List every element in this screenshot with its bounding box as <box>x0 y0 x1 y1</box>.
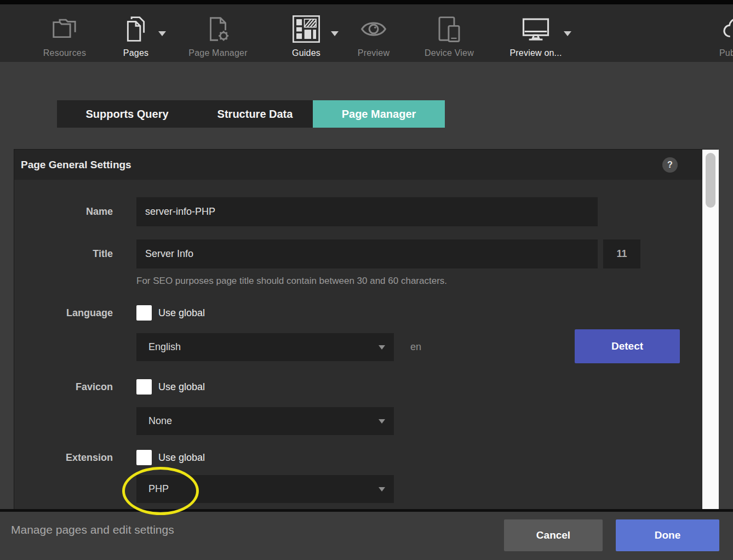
done-button[interactable]: Done <box>616 519 719 551</box>
cloud-publish-icon <box>722 14 733 44</box>
chevron-down-icon <box>158 31 166 36</box>
dialog-scrollbar-track[interactable] <box>702 150 719 509</box>
chevron-down-icon <box>379 345 385 350</box>
language-code-text: en <box>410 341 421 353</box>
toolbar-item-label: Device View <box>405 48 493 58</box>
extension-use-global-checkbox[interactable] <box>136 450 152 465</box>
toolbar-item-label: Page Manager <box>174 48 262 58</box>
language-use-global-label: Use global <box>158 307 205 319</box>
dialog-bottom-divider <box>0 509 733 512</box>
page-gear-icon <box>203 14 233 44</box>
language-dropdown-value: English <box>148 333 181 361</box>
toolbar-item-pages[interactable]: Pages <box>92 4 180 59</box>
title-label: Title <box>33 248 113 260</box>
language-use-global-checkbox[interactable] <box>136 305 152 321</box>
toolbar-item-publish[interactable]: Pub <box>693 4 733 59</box>
dialog-title: Page General Settings <box>21 150 131 180</box>
chevron-down-icon <box>564 31 571 36</box>
name-label: Name <box>33 205 113 218</box>
extension-dropdown[interactable]: PHP <box>136 475 394 503</box>
favicon-dropdown-value: None <box>148 407 172 435</box>
char-count-badge: 11 <box>603 239 640 268</box>
toolbar-item-page-manager[interactable]: Page Manager <box>174 4 262 59</box>
folders-icon <box>50 14 79 44</box>
status-text: Manage pages and edit settings <box>11 523 174 536</box>
dialog-scrollbar-thumb[interactable] <box>706 153 715 208</box>
grid-guides-icon <box>291 14 321 44</box>
monitor-icon <box>521 14 551 44</box>
favicon-dropdown[interactable]: None <box>136 407 394 435</box>
eye-icon <box>359 14 388 44</box>
favicon-use-global-checkbox[interactable] <box>136 379 152 395</box>
favicon-label: Favicon <box>33 381 113 393</box>
language-dropdown[interactable]: English <box>136 333 394 361</box>
favicon-use-global-label: Use global <box>158 381 205 393</box>
page-settings-dialog: Page General Settings ? Name Title 11 Fo… <box>14 149 718 510</box>
extension-dropdown-value: PHP <box>148 475 169 503</box>
language-label: Language <box>33 307 113 319</box>
name-input[interactable] <box>136 197 598 226</box>
extension-use-global-label: Use global <box>158 452 205 464</box>
toolbar-item-label: Preview <box>330 48 417 58</box>
top-edge-strip <box>0 0 733 4</box>
detect-button[interactable]: Detect <box>575 329 680 363</box>
settings-tabs: Supports Query Structure Data Page Manag… <box>57 100 445 128</box>
toolbar-item-preview[interactable]: Preview <box>330 4 417 59</box>
toolbar-item-label: Pages <box>92 48 180 58</box>
seo-helper-text: For SEO purposes page title should conta… <box>136 276 447 287</box>
dialog-header: Page General Settings <box>14 150 718 180</box>
chevron-down-icon <box>379 487 385 492</box>
toolbar-item-label: Pub <box>693 48 733 58</box>
extension-label: Extension <box>33 452 113 464</box>
chevron-down-icon <box>379 419 385 424</box>
toolbar: Resources Pages <box>0 4 733 62</box>
help-icon[interactable]: ? <box>662 157 678 173</box>
toolbar-item-label: Preview on... <box>492 48 580 58</box>
tab-structure-data[interactable]: Structure Data <box>197 100 313 128</box>
tablet-phone-icon <box>434 14 464 44</box>
toolbar-item-preview-on[interactable]: Preview on... <box>492 4 580 59</box>
cancel-button[interactable]: Cancel <box>504 519 603 551</box>
toolbar-item-device-view[interactable]: Device View <box>405 4 493 59</box>
tab-supports-query[interactable]: Supports Query <box>57 100 197 128</box>
tab-page-manager[interactable]: Page Manager <box>313 100 445 128</box>
title-input[interactable] <box>136 239 598 268</box>
app-window: Resources Pages <box>0 0 733 560</box>
pages-icon <box>121 14 151 44</box>
